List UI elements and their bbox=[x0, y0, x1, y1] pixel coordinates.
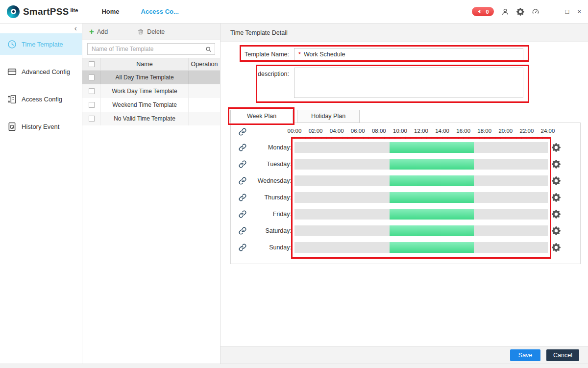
cancel-button[interactable]: Cancel bbox=[546, 349, 579, 361]
search-box bbox=[87, 43, 215, 55]
required-asterisk: * bbox=[298, 51, 301, 58]
time-segment[interactable] bbox=[390, 209, 474, 220]
link-day-button[interactable] bbox=[239, 177, 246, 185]
day-timeline[interactable] bbox=[294, 159, 548, 170]
day-timeline[interactable] bbox=[294, 142, 548, 153]
link-day-button[interactable] bbox=[239, 244, 246, 251]
close-button[interactable]: × bbox=[577, 8, 581, 15]
gear-icon bbox=[552, 243, 561, 252]
sidebar-item-access-config[interactable]: Access Config bbox=[0, 88, 82, 110]
day-settings-button[interactable] bbox=[552, 143, 561, 152]
link-icon bbox=[239, 144, 246, 151]
sidebar-collapse-button[interactable]: ‹ bbox=[0, 24, 82, 33]
card-icon bbox=[7, 67, 17, 77]
list-toolbar: + Add Delete bbox=[82, 24, 220, 40]
axis-tick-label: 08:00 bbox=[372, 128, 386, 134]
nav-tab-access-control[interactable]: Access Co... bbox=[141, 8, 179, 15]
template-name-input[interactable] bbox=[304, 51, 519, 58]
operation-cell bbox=[189, 71, 220, 84]
alarm-badge[interactable]: 0 bbox=[472, 7, 493, 16]
search-row bbox=[82, 40, 220, 58]
maximize-button[interactable]: □ bbox=[565, 8, 569, 15]
settings-button[interactable] bbox=[516, 8, 524, 16]
plus-icon: + bbox=[89, 27, 94, 36]
template-row[interactable]: No Valid Time Template bbox=[82, 112, 220, 125]
link-day-button[interactable] bbox=[239, 227, 246, 235]
day-timeline[interactable] bbox=[294, 175, 548, 186]
tab-week-plan[interactable]: Week Plan bbox=[230, 110, 293, 123]
template-row[interactable]: Weekend Time Template bbox=[82, 98, 220, 112]
main-area: ‹ Time Template Advanced Config Access C… bbox=[0, 24, 588, 364]
link-day-button[interactable] bbox=[239, 210, 246, 218]
top-bar: SmartPSS lite Home Access Co... 0 — □ bbox=[0, 0, 588, 24]
link-icon bbox=[239, 128, 246, 136]
minimize-button[interactable]: — bbox=[551, 8, 557, 15]
day-settings-button[interactable] bbox=[552, 210, 561, 219]
link-day-button[interactable] bbox=[239, 144, 246, 151]
sidebar-item-time-template[interactable]: Time Template bbox=[0, 33, 82, 55]
search-input[interactable] bbox=[88, 44, 215, 54]
sidebar-item-label: Advanced Config bbox=[22, 68, 70, 75]
day-row-wednesday: Wednesday: bbox=[239, 172, 561, 189]
axis-tick-label: 20:00 bbox=[498, 128, 513, 134]
day-timeline[interactable] bbox=[294, 209, 548, 220]
time-segment[interactable] bbox=[390, 192, 474, 203]
gear-icon bbox=[552, 226, 561, 235]
time-segment[interactable] bbox=[390, 242, 474, 253]
axis-tick-label: 04:00 bbox=[330, 128, 344, 134]
day-settings-button[interactable] bbox=[552, 176, 561, 185]
row-checkbox[interactable] bbox=[89, 88, 95, 94]
day-settings-button[interactable] bbox=[552, 243, 561, 252]
axis-tick-label: 24:00 bbox=[541, 128, 555, 134]
link-day-button[interactable] bbox=[239, 194, 246, 201]
operation-cell bbox=[189, 112, 220, 125]
day-settings-button[interactable] bbox=[552, 226, 561, 235]
add-button[interactable]: + Add bbox=[89, 27, 108, 36]
row-checkbox[interactable] bbox=[89, 102, 95, 108]
template-row[interactable]: Work Day Time Template bbox=[82, 84, 220, 98]
template-name-input-wrap: * bbox=[294, 48, 523, 61]
operation-cell bbox=[189, 98, 220, 112]
speaker-icon bbox=[477, 8, 483, 15]
day-row-friday: Friday: bbox=[239, 206, 561, 222]
day-timeline[interactable] bbox=[294, 225, 548, 236]
sidebar-item-advanced-config[interactable]: Advanced Config bbox=[0, 61, 82, 82]
nav-tab-home[interactable]: Home bbox=[101, 8, 119, 15]
template-list-panel: + Add Delete Name Operation bbox=[82, 24, 220, 364]
delete-button[interactable]: Delete bbox=[137, 28, 165, 35]
monitor-button[interactable] bbox=[532, 8, 539, 16]
time-segment[interactable] bbox=[390, 159, 474, 170]
user-button[interactable] bbox=[501, 8, 509, 16]
template-row[interactable]: All Day Time Template bbox=[82, 71, 220, 84]
time-segment[interactable] bbox=[390, 225, 474, 236]
row-checkbox[interactable] bbox=[89, 74, 95, 80]
gear-icon bbox=[552, 210, 561, 219]
sidebar-item-history-event[interactable]: History Event bbox=[0, 116, 82, 137]
day-settings-button[interactable] bbox=[552, 193, 561, 202]
tab-holiday-plan[interactable]: Holiday Plan bbox=[297, 110, 360, 123]
day-label: Monday: bbox=[250, 144, 292, 151]
link-all-days-button[interactable] bbox=[239, 128, 246, 136]
day-settings-button[interactable] bbox=[552, 160, 561, 169]
horizontal-scrollbar[interactable] bbox=[0, 364, 588, 368]
save-button[interactable]: Save bbox=[510, 349, 540, 361]
time-segment[interactable] bbox=[390, 175, 474, 186]
link-icon bbox=[239, 210, 246, 218]
select-all-checkbox[interactable] bbox=[89, 61, 95, 67]
day-label: Wednesday: bbox=[250, 177, 292, 184]
day-timeline[interactable] bbox=[294, 242, 548, 253]
time-segment[interactable] bbox=[390, 142, 474, 153]
link-day-button[interactable] bbox=[239, 160, 246, 168]
sidebar: ‹ Time Template Advanced Config Access C… bbox=[0, 24, 82, 364]
row-checkbox[interactable] bbox=[89, 116, 95, 122]
day-timeline[interactable] bbox=[294, 192, 548, 203]
axis-tick-label: 18:00 bbox=[477, 128, 491, 134]
time-axis: 00:00 02:00 04:00 06:00 08:00 10:00 12:0… bbox=[294, 127, 548, 137]
axis-tick-label: 12:00 bbox=[414, 128, 428, 134]
access-device-icon bbox=[7, 94, 17, 104]
tick-ruler bbox=[239, 137, 561, 139]
description-textarea[interactable] bbox=[294, 68, 523, 98]
search-icon[interactable] bbox=[205, 46, 212, 52]
gear-icon bbox=[516, 8, 524, 16]
detail-footer: Save Cancel bbox=[220, 346, 588, 364]
